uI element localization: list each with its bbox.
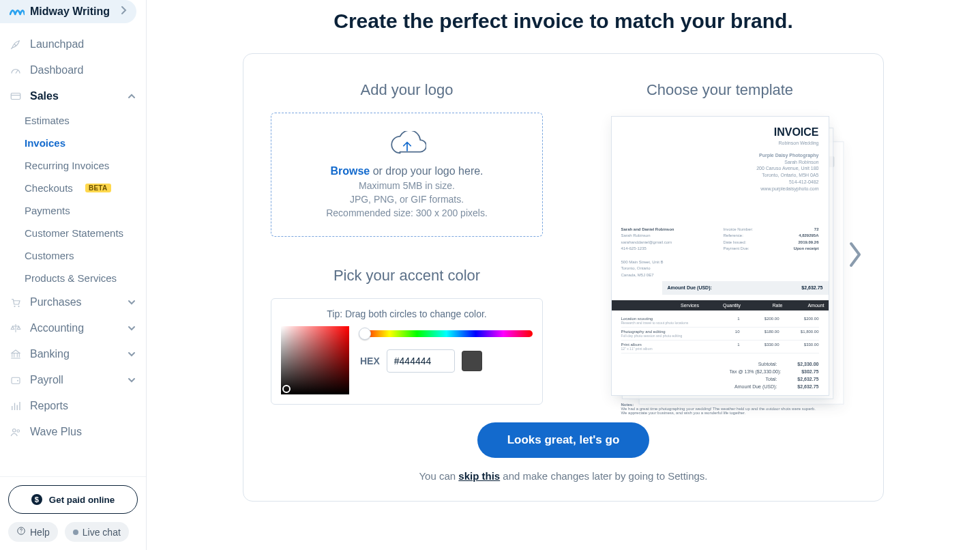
svg-point-1 bbox=[14, 306, 15, 307]
nav-label: Recurring Invoices bbox=[25, 160, 109, 171]
company-block: Purple Daisy Photography Sarah Robinson … bbox=[756, 152, 818, 192]
nav-label: Checkouts bbox=[25, 182, 73, 194]
saturation-cursor[interactable] bbox=[282, 385, 291, 393]
skip-line: You can skip this and make changes later… bbox=[271, 470, 856, 482]
hex-input[interactable] bbox=[387, 349, 455, 373]
line-item: Location scoutingResearch and travel to … bbox=[621, 315, 819, 328]
nav-label: Dashboard bbox=[30, 64, 83, 76]
right-column: Choose your template $32.75 $32.75 bbox=[584, 81, 856, 405]
invoice-meta: Sarah and Daniel Robinson Sarah Robinson… bbox=[621, 227, 819, 295]
pill-label: Live chat bbox=[83, 527, 121, 538]
gauge-icon bbox=[10, 64, 22, 76]
card-icon bbox=[10, 90, 22, 102]
dropzone-hint: Recommended size: 300 x 200 pixels. bbox=[285, 207, 529, 218]
nav-label: Banking bbox=[30, 348, 70, 360]
bank-icon bbox=[10, 348, 22, 360]
nav-label: Customer Statements bbox=[25, 227, 123, 239]
nav-wave-plus[interactable]: Wave Plus bbox=[0, 419, 146, 445]
nav-invoices[interactable]: Invoices bbox=[25, 132, 146, 154]
color-tip: Tip: Drag both circles to change color. bbox=[281, 308, 533, 319]
primary-nav: Launchpad Dashboard Sales Estimates Invo… bbox=[0, 23, 146, 476]
cart-icon bbox=[10, 296, 22, 308]
hue-handle[interactable] bbox=[359, 328, 371, 340]
help-button[interactable]: Help bbox=[8, 522, 58, 542]
template-preview-front[interactable]: INVOICE Robinson Wedding Purple Daisy Ph… bbox=[611, 116, 829, 396]
help-icon bbox=[16, 526, 26, 538]
browse-link[interactable]: Browse bbox=[330, 165, 370, 177]
invoice-title: INVOICE bbox=[756, 126, 818, 139]
confirm-button[interactable]: Looks great, let's go bbox=[477, 422, 650, 458]
nav-label: Purchases bbox=[30, 296, 82, 308]
chevron-down-icon bbox=[127, 349, 136, 359]
nav-sales[interactable]: Sales bbox=[0, 83, 146, 109]
button-label: Get paid online bbox=[49, 495, 115, 505]
svg-rect-0 bbox=[11, 93, 20, 100]
color-picker: Tip: Drag both circles to change color. … bbox=[271, 298, 543, 405]
invoice-subtitle: Robinson Wedding bbox=[756, 140, 818, 147]
invoice-notes: Notes: We had a great time photographing… bbox=[621, 403, 819, 415]
nav-label: Wave Plus bbox=[30, 426, 82, 438]
nav-label: Estimates bbox=[25, 115, 70, 126]
hex-label: HEX bbox=[360, 356, 380, 366]
nav-payroll[interactable]: Payroll bbox=[0, 367, 146, 393]
nav-label: Products & Services bbox=[25, 272, 117, 284]
left-column: Add your logo Browse or drop your logo h… bbox=[271, 81, 543, 405]
wave-logo-icon bbox=[10, 5, 25, 18]
color-swatch bbox=[462, 351, 482, 371]
amount-due-bar: Amount Due (USD): $2,632.75 bbox=[662, 281, 829, 294]
chevron-right-icon bbox=[120, 5, 127, 18]
template-carousel: $32.75 $32.75 INVOICE Robinson Wedding bbox=[584, 113, 856, 399]
skip-link[interactable]: skip this bbox=[458, 470, 500, 482]
nav-label: Launchpad bbox=[30, 38, 84, 50]
saturation-field[interactable] bbox=[281, 326, 349, 394]
sidebar: Midway Writing Launchpad Dashboard Sales… bbox=[0, 0, 147, 550]
hue-slider[interactable] bbox=[360, 330, 533, 337]
invoice-totals: Subtotal:$2,330.00 Tax @ 13% ($2,330.00)… bbox=[621, 360, 819, 390]
sidebar-footer: $ Get paid online Help Live chat bbox=[0, 476, 146, 550]
wallet-icon bbox=[10, 374, 22, 386]
live-chat-button[interactable]: Live chat bbox=[65, 522, 129, 542]
cloud-upload-icon bbox=[388, 131, 426, 158]
nav-products-services[interactable]: Products & Services bbox=[25, 267, 146, 289]
main-content: Create the perfect invoice to match your… bbox=[147, 0, 980, 550]
workspace-switcher[interactable]: Midway Writing bbox=[0, 0, 136, 23]
nav-reports[interactable]: Reports bbox=[0, 393, 146, 419]
color-section-title: Pick your accent color bbox=[271, 267, 543, 285]
nav-estimates[interactable]: Estimates bbox=[25, 109, 146, 132]
svg-point-6 bbox=[17, 430, 20, 433]
nav-recurring-invoices[interactable]: Recurring Invoices bbox=[25, 154, 146, 177]
nav-customer-statements[interactable]: Customer Statements bbox=[25, 222, 146, 244]
status-dot-icon bbox=[73, 530, 78, 535]
line-item: Photography and editingFull-day photo se… bbox=[621, 328, 819, 341]
rocket-icon bbox=[10, 38, 22, 50]
get-paid-button[interactable]: $ Get paid online bbox=[8, 485, 138, 514]
nav-dashboard[interactable]: Dashboard bbox=[0, 57, 146, 83]
nav-purchases[interactable]: Purchases bbox=[0, 289, 146, 315]
nav-accounting[interactable]: Accounting bbox=[0, 315, 146, 341]
nav-banking[interactable]: Banking bbox=[0, 341, 146, 367]
nav-label: Customers bbox=[25, 250, 74, 261]
dropzone-hint: JPG, PNG, or GIF formats. bbox=[285, 194, 529, 205]
dropzone-line: Browse or drop your logo here. bbox=[285, 165, 529, 177]
svg-rect-3 bbox=[12, 377, 20, 383]
nav-payments[interactable]: Payments bbox=[25, 199, 146, 222]
nav-customers[interactable]: Customers bbox=[25, 244, 146, 267]
people-icon bbox=[10, 426, 22, 438]
page-title: Create the perfect invoice to match your… bbox=[174, 10, 953, 33]
nav-label: Payments bbox=[25, 205, 70, 216]
logo-dropzone[interactable]: Browse or drop your logo here. Maximum 5… bbox=[271, 113, 543, 237]
cta-area: Looks great, let's go You can skip this … bbox=[271, 422, 856, 482]
chevron-down-icon bbox=[127, 375, 136, 385]
nav-checkouts[interactable]: Checkouts BETA bbox=[25, 177, 146, 199]
nav-launchpad[interactable]: Launchpad bbox=[0, 31, 146, 57]
template-section-title: Choose your template bbox=[584, 81, 856, 99]
logo-section-title: Add your logo bbox=[271, 81, 543, 99]
nav-label: Sales bbox=[30, 90, 59, 102]
dropzone-text: or drop your logo here. bbox=[370, 165, 483, 177]
svg-point-5 bbox=[13, 429, 16, 433]
company-name: Purple Daisy Photography bbox=[759, 153, 819, 158]
nav-label: Payroll bbox=[30, 374, 63, 386]
svg-point-2 bbox=[18, 306, 19, 307]
next-template-button[interactable] bbox=[845, 241, 865, 271]
chevron-down-icon bbox=[127, 323, 136, 333]
